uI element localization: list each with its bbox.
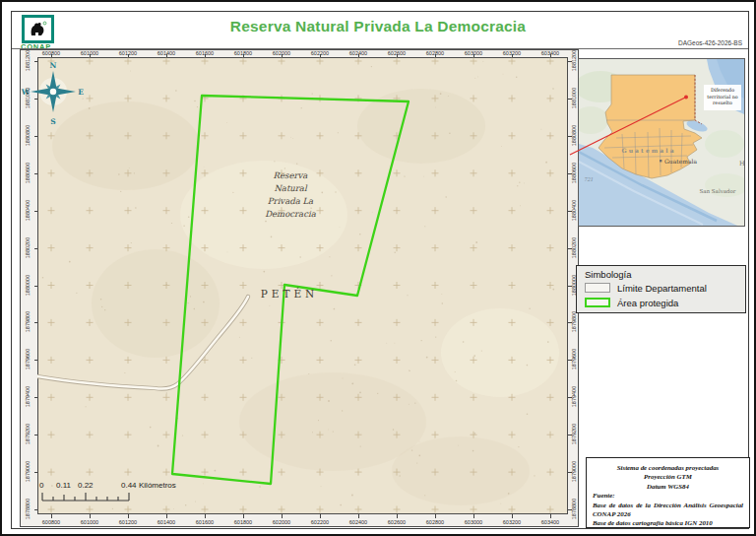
legend-item-protected: Área protegida [585, 297, 678, 308]
dispute-note-line1: Diferendo [711, 88, 734, 93]
grid-tick-left [34, 286, 38, 287]
grid-tick-top [166, 54, 167, 58]
scale-022: 0.22 [78, 481, 94, 490]
compass-s: S [50, 117, 55, 126]
grid-tick-top [473, 54, 474, 58]
san-salvador-label: San Salvador [700, 188, 736, 194]
grid-tick-bottom [320, 514, 321, 518]
grid-tick-top [128, 54, 129, 58]
grid-label-bottom: 603200 [492, 518, 532, 526]
honduras-label: Ho [739, 160, 744, 168]
compass-n: N [50, 61, 57, 70]
map-drawing: Reserva Natural Privada La Democracia PE… [37, 57, 568, 514]
source-line3: Base de datos cartografía básica IGN 201… [593, 518, 743, 527]
reserve-label-line1: Reserva [274, 170, 309, 180]
scale-011: 0.11 [56, 481, 71, 490]
grid-tick-bottom [51, 514, 52, 518]
grid-tick-right [568, 509, 572, 510]
grid-tick-top [397, 54, 398, 58]
grid-tick-bottom [397, 514, 398, 518]
grid-tick-left [34, 509, 38, 510]
grid-label-bottom: 602800 [415, 518, 455, 526]
page-title: Reserva Natural Privada La Democracia [2, 18, 754, 35]
datum-line: Datum WGS84 [593, 482, 743, 491]
compass-e: E [78, 88, 84, 97]
grid-label-left: 1878800 [24, 488, 32, 531]
departmental-boundary-swatch [585, 283, 610, 293]
scale-bar: 0 0.11 0.22 0.44 Kilómetros [39, 481, 212, 502]
grid-tick-right [568, 360, 572, 361]
grid-tick-right [568, 211, 572, 212]
grid-tick-right [568, 472, 572, 473]
grid-tick-top [205, 54, 206, 58]
grid-tick-bottom [166, 514, 167, 518]
grid-tick-bottom [550, 514, 551, 518]
dispute-note-line2: territorial no [707, 95, 738, 100]
grid-tick-bottom [128, 514, 129, 518]
grid-tick-bottom [473, 514, 474, 518]
grid-tick-bottom [512, 514, 513, 518]
grid-label-bottom: 601800 [223, 518, 263, 526]
legend-title: Simbología [585, 269, 632, 280]
credits-box: Sistema de coordenadas proyectadas Proye… [586, 457, 750, 528]
grid-tick-left [34, 99, 38, 100]
grid-tick-bottom [205, 514, 206, 518]
grid-tick-right [568, 397, 572, 398]
grid-tick-left [34, 360, 38, 361]
inset-map-drawing: Diferendo territorial no resuelto G u a … [579, 59, 744, 226]
grid-label-bottom: 601200 [108, 518, 148, 526]
grid-tick-bottom [243, 514, 244, 518]
grid-tick-left [34, 173, 38, 174]
grid-label-bottom: 601600 [185, 518, 224, 526]
source-line1: Base de datos de la Dirección Análisis G… [593, 501, 743, 509]
grid-tick-top [550, 54, 551, 58]
grid-label-left: 1880200 [24, 226, 32, 269]
grid-tick-left [34, 435, 38, 436]
document-code: DAGeos-426-2026-BS [678, 39, 742, 46]
grid-tick-bottom [358, 514, 359, 518]
grid-tick-bottom [435, 514, 436, 518]
grid-label-bottom: 602200 [300, 518, 340, 526]
country-label: G u a t e m a l a [621, 147, 673, 154]
grid-tick-left [34, 248, 38, 249]
legend-label-departmental: Límite Departamental [617, 283, 707, 294]
grid-label-bottom: 602400 [339, 518, 378, 526]
grid-tick-left [34, 397, 38, 398]
map-sheet: CONAP Reserva Natural Privada La Democra… [0, 0, 756, 536]
grid-tick-right [568, 286, 572, 287]
grid-tick-right [568, 173, 572, 174]
grid-tick-top [243, 54, 244, 58]
scale-044: 0.44 [121, 481, 137, 490]
grid-tick-bottom [90, 514, 91, 518]
department-label: PETÉN [261, 287, 319, 300]
grid-tick-top [282, 54, 283, 58]
grid-tick-top [90, 54, 91, 58]
source-line2: CONAP 2026 [593, 509, 743, 518]
city-label: Guatemala [664, 158, 697, 165]
protected-area-swatch [585, 298, 610, 307]
grid-tick-left [34, 472, 38, 473]
grid-label-bottom: 602600 [377, 518, 416, 526]
scale-bar-ticks [39, 492, 177, 502]
grid-label-bottom: 601000 [70, 518, 109, 526]
grid-tick-left [34, 61, 38, 62]
grid-tick-top [358, 54, 359, 58]
grid-tick-top [512, 54, 513, 58]
scale-0: 0 [39, 481, 43, 490]
grid-tick-top [320, 54, 321, 58]
inset-map: Diferendo territorial no resuelto G u a … [578, 58, 745, 227]
source-heading: Fuente: [593, 491, 743, 500]
grid-tick-left [34, 322, 38, 323]
grid-tick-right [568, 136, 572, 137]
grid-label-bottom: 602000 [262, 518, 301, 526]
grid-label-bottom: 603400 [531, 518, 570, 526]
grid-tick-top [51, 54, 52, 58]
scale-unit: Kilómetros [139, 481, 176, 490]
crs-line: Sistema de coordenadas proyectadas [593, 463, 743, 472]
grid-tick-bottom [282, 514, 283, 518]
legend-item-departmental: Límite Departamental [585, 282, 707, 294]
legend: Simbología Límite Departamental Área pro… [576, 265, 746, 313]
reserve-label-line4: Democracia [265, 209, 316, 219]
grid-label-bottom: 601400 [147, 518, 186, 526]
reserve-label-line2: Natural [274, 183, 308, 193]
